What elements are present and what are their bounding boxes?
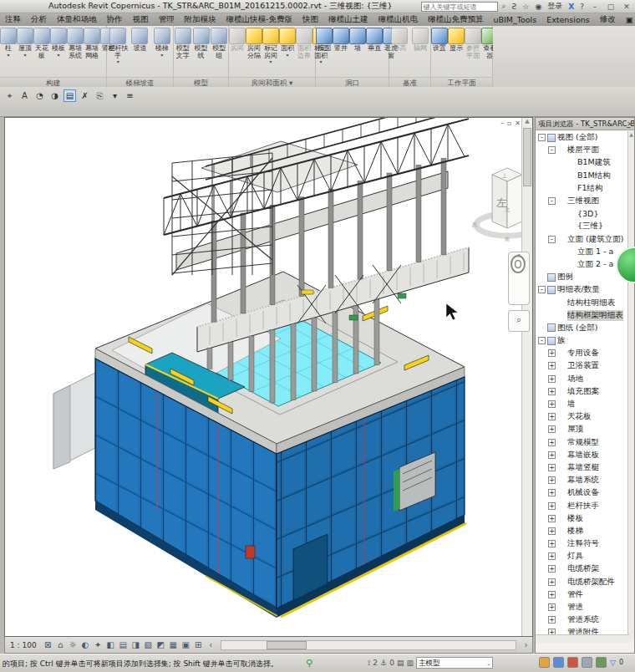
垂直-button[interactable]: 垂直 (366, 28, 383, 53)
search-binoculars-icon[interactable]: ⌕ (500, 2, 508, 11)
select-pin-icon[interactable] (596, 657, 607, 668)
tree-item[interactable]: +天花板 (536, 410, 629, 423)
help-icon[interactable]: ? (578, 3, 586, 11)
crop-view-icon[interactable]: ◧ (104, 640, 117, 649)
press-drag-icon[interactable] (553, 657, 564, 668)
tree-toggle-icon[interactable]: + (548, 515, 556, 522)
墙-button[interactable]: 墙 (349, 28, 366, 53)
selection-filter-icon[interactable]: ▽ (610, 659, 616, 667)
tree-item[interactable]: +管道 (536, 601, 629, 613)
柱-button[interactable]: 柱▾ (0, 28, 17, 57)
dropdown-caret-icon[interactable]: ▾ (57, 53, 59, 57)
按面-button[interactable]: 按面 (316, 28, 333, 53)
tree-item[interactable]: 结构框架明细表 (536, 309, 629, 322)
minimize-button[interactable]: – (588, 3, 602, 11)
tree-toggle-icon[interactable]: + (548, 552, 556, 560)
ribbon-tab[interactable]: 橄榄山快模-免费版 (221, 14, 297, 25)
visual-style-icon[interactable]: ⌂ (54, 640, 67, 649)
tree-toggle-icon[interactable]: - (548, 146, 556, 154)
rendering-icon[interactable]: ✦ (92, 640, 104, 649)
signin-button[interactable]: 登录 (546, 1, 564, 12)
maximize-button[interactable]: ▢ (604, 3, 617, 11)
tree-item[interactable]: F1结构 (536, 182, 629, 195)
标记房间-button[interactable]: 标记房间▾ (262, 28, 279, 64)
show-crop-icon[interactable]: ▤ (117, 640, 130, 649)
project-browser-title[interactable]: 项目浏览器 - TK_STR&ARC_B01M_20161215... ✕ (536, 118, 634, 130)
panel-close-icon[interactable]: ✕ (627, 118, 632, 130)
tree-toggle-icon[interactable]: + (548, 616, 556, 624)
more-tools-icon[interactable]: ≡ (124, 89, 136, 102)
scroll-up-arrow[interactable]: ▲ (525, 118, 529, 125)
tree-toggle-icon[interactable]: - (548, 197, 556, 205)
tree-item[interactable]: +卫浴装置 (536, 359, 629, 372)
3d-model-view[interactable]: 左 上 北 东 南 西 (5, 118, 533, 637)
tree-item[interactable]: +墙 (536, 398, 629, 410)
analysis-icon[interactable]: ⊞ (192, 640, 205, 649)
tree-item[interactable]: +幕墙系统 (536, 474, 629, 486)
tree-toggle-icon[interactable]: + (548, 425, 556, 433)
ribbon-tab[interactable]: Extensions (541, 15, 595, 24)
tree-toggle-icon[interactable]: + (548, 400, 556, 408)
tree-item[interactable]: +专用设备 (536, 347, 629, 359)
tree-toggle-icon[interactable]: + (548, 413, 556, 420)
hscroll-left-arrow[interactable]: ‹ (205, 640, 217, 649)
ribbon-tab[interactable]: 协作 (102, 14, 128, 25)
ribbon-tab[interactable]: 分析 (26, 14, 52, 25)
ribbon-group-label[interactable]: 模型 (174, 77, 228, 87)
ribbon-group-label[interactable]: 洞口 (316, 77, 389, 87)
tree-toggle-icon[interactable]: - (538, 286, 546, 293)
坡道-button[interactable]: 坡道 (129, 28, 150, 53)
shadows-icon[interactable]: ◐ (79, 640, 92, 649)
text-icon[interactable]: A (18, 89, 31, 102)
subscription-icon[interactable]: Ƨ (511, 3, 519, 11)
tree-item[interactable]: B1M结构 (536, 170, 629, 182)
isolate-icon[interactable]: ▧ (142, 640, 155, 649)
tree-item[interactable]: -明细表/数量 (536, 283, 629, 296)
栏杆扶手-button[interactable]: 栏杆扶手▾ (107, 28, 129, 64)
view-scale[interactable]: 1 : 100 (5, 641, 42, 649)
sun-path-icon[interactable]: ☼ (67, 640, 79, 649)
dropdown-caret-icon[interactable]: ▾ (7, 53, 9, 57)
tree-item[interactable]: 图例 (536, 271, 629, 283)
worksets-icon[interactable]: ⚓ (380, 659, 387, 667)
reveal-hidden-icon[interactable]: ◩ (155, 640, 167, 649)
tree-toggle-icon[interactable]: + (548, 439, 556, 446)
tree-item[interactable]: +注释符号 (536, 537, 629, 550)
zoom-tool-button[interactable]: ⌕ (508, 310, 530, 332)
tree-toggle-icon[interactable]: + (548, 527, 556, 535)
ribbon-group-label[interactable]: 房间和面积 ▾ (229, 77, 315, 87)
tree-item[interactable]: +常规模型 (536, 436, 629, 449)
ribbon-tab[interactable]: 附加模块 (180, 14, 221, 25)
tree-item[interactable]: +管道系统 (536, 613, 629, 626)
tree-vertical-scrollbar[interactable]: ▲ (627, 131, 634, 641)
user-icon[interactable]: ◉ (533, 3, 543, 11)
ribbon-tab[interactable]: 橄榄山机电 (373, 14, 423, 25)
tree-toggle-icon[interactable]: + (548, 476, 556, 484)
tree-toggle-icon[interactable]: + (548, 603, 556, 611)
drawing-area[interactable]: – ▫ ✕ ▲ ▾ ⌕ (4, 117, 533, 637)
屋顶-button[interactable]: 屋顶▾ (17, 28, 33, 57)
tree-toggle-icon[interactable]: + (548, 489, 556, 496)
editing-requests-icon[interactable]: ⟟ (368, 659, 370, 668)
close-button[interactable]: ✕ (620, 3, 633, 11)
tab-overflow-icon[interactable]: ▣ ▾ (621, 15, 635, 24)
房间分隔-button[interactable]: 房间分隔 (246, 28, 262, 59)
hscroll-right-arrow[interactable]: › (520, 640, 532, 649)
lock-view-icon[interactable]: ◨ (130, 640, 142, 649)
dropdown-caret-icon[interactable]: ▾ (23, 53, 26, 57)
dropdown-caret-icon[interactable]: ▾ (269, 59, 272, 64)
ribbon-tab[interactable]: 视图 (128, 14, 154, 25)
caret-icon[interactable]: ▾ (109, 89, 121, 102)
模型线-button[interactable]: 模型线 (192, 28, 211, 59)
dropdown-caret-icon[interactable]: ▾ (117, 59, 119, 64)
design-options-icon[interactable]: ▤ (397, 659, 404, 667)
favorites-star-icon[interactable]: ☆ (521, 3, 531, 11)
navigation-bar[interactable]: ▾ (508, 252, 530, 305)
tree-toggle-icon[interactable]: + (548, 349, 556, 357)
ribbon-tab[interactable]: 橄榄山免费预算 (423, 14, 489, 25)
模型文字-button[interactable]: 模型文字 (174, 28, 192, 59)
canvas-horizontal-scrollbar[interactable] (221, 640, 516, 650)
幕墙系统-button[interactable]: 幕墙系统 (67, 28, 84, 59)
modify-select-icon[interactable]: ⌖ (3, 89, 16, 102)
tree-item[interactable]: +场地 (536, 373, 629, 385)
